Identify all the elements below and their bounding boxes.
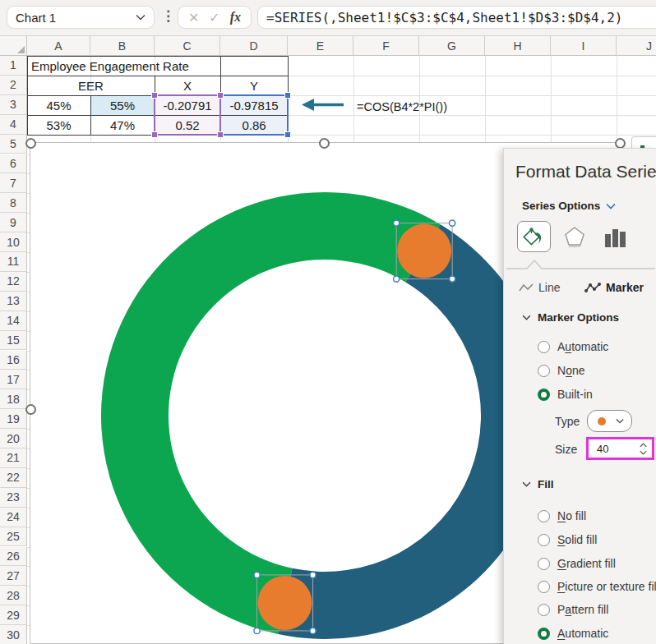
row-header-16[interactable]: 16 xyxy=(0,351,27,370)
row-header-27[interactable]: 27 xyxy=(0,566,27,586)
row-header-13[interactable]: 13 xyxy=(0,292,27,311)
radio-circle[interactable] xyxy=(538,341,550,353)
radio-circle[interactable] xyxy=(538,581,550,593)
spin-down-icon[interactable] xyxy=(640,450,647,455)
row-header-29[interactable]: 29 xyxy=(0,605,27,625)
chart-resize-handle-middle-left[interactable] xyxy=(25,404,36,415)
radio-circle[interactable] xyxy=(538,365,550,377)
range-handle-blue[interactable] xyxy=(284,131,291,138)
row-header-23[interactable]: 23 xyxy=(0,488,27,508)
row-header-1[interactable]: 1 xyxy=(0,56,27,76)
row-header-8[interactable]: 8 xyxy=(0,193,27,213)
radio-gradient-fill[interactable]: Gradient fill xyxy=(538,555,616,572)
column-header-H[interactable]: H xyxy=(485,36,551,56)
select-all-corner[interactable] xyxy=(0,36,27,56)
row-header-12[interactable]: 12 xyxy=(0,272,27,292)
data-point-marker[interactable] xyxy=(397,224,451,278)
marker-size-value[interactable]: 40 xyxy=(597,443,608,455)
marker-selection-handle[interactable] xyxy=(394,276,400,282)
radio-no-fill[interactable]: No fill xyxy=(538,508,586,524)
chevron-down-icon[interactable] xyxy=(136,14,146,21)
radio-circle[interactable] xyxy=(538,604,550,616)
marker-selection-handle[interactable] xyxy=(450,220,455,226)
row-header-18[interactable]: 18 xyxy=(0,389,27,409)
tab-line[interactable]: Line xyxy=(519,281,560,294)
column-header-C[interactable]: C xyxy=(155,36,220,56)
chevron-down-icon[interactable] xyxy=(616,418,624,424)
row-header-24[interactable]: 24 xyxy=(0,508,27,527)
radio-picture-fill[interactable]: Picture or texture fill xyxy=(538,578,656,595)
cell-f3-formula-note[interactable]: =COS(B4*2*PI()) xyxy=(357,98,447,116)
cell-b3[interactable]: 55% xyxy=(90,95,155,115)
range-handle-purple[interactable] xyxy=(217,131,224,138)
cell-c2-x[interactable]: X xyxy=(155,76,220,95)
radio-fill-automatic[interactable]: Automatic xyxy=(538,625,608,642)
radio-marker-automatic[interactable]: Automatic xyxy=(538,338,608,355)
row-header-11[interactable]: 11 xyxy=(0,252,27,272)
tab-marker[interactable]: Marker xyxy=(584,281,644,294)
column-header-E[interactable]: E xyxy=(288,36,353,56)
row-header-20[interactable]: 20 xyxy=(0,429,27,448)
enter-icon[interactable]: ✓ xyxy=(209,10,219,25)
row-header-17[interactable]: 17 xyxy=(0,370,27,389)
radio-circle[interactable] xyxy=(538,558,550,570)
row-header-9[interactable]: 9 xyxy=(0,213,27,232)
insert-function-icon[interactable]: fx xyxy=(230,10,241,25)
effects-tab-button[interactable] xyxy=(563,225,586,248)
fill-header[interactable]: Fill xyxy=(522,478,554,490)
row-header-6[interactable]: 6 xyxy=(0,154,27,174)
row-header-26[interactable]: 26 xyxy=(0,547,27,567)
spin-up-icon[interactable] xyxy=(640,443,647,448)
marker-selection-handle[interactable] xyxy=(450,276,455,282)
column-header-J[interactable]: J xyxy=(617,36,656,56)
row-header-5[interactable]: 5 xyxy=(0,135,27,154)
cell-a1[interactable]: Employee Engagement Rate xyxy=(28,56,288,76)
row-header-25[interactable]: 25 xyxy=(0,527,27,547)
marker-selection-handle[interactable] xyxy=(254,628,260,633)
data-point-marker[interactable] xyxy=(258,576,312,630)
row-header-21[interactable]: 21 xyxy=(0,448,27,468)
chart-resize-handle-top-left[interactable] xyxy=(25,138,36,149)
radio-solid-fill[interactable]: Solid fill xyxy=(538,531,597,548)
row-header-14[interactable]: 14 xyxy=(0,311,27,331)
cell-a4[interactable]: 53% xyxy=(27,115,90,135)
fill-line-tab-button[interactable] xyxy=(517,221,551,252)
cell-a3[interactable]: 45% xyxy=(27,95,90,115)
row-header-15[interactable]: 15 xyxy=(0,331,27,351)
range-handle-blue[interactable] xyxy=(284,92,291,99)
grip-dots-icon[interactable]: ⋮ xyxy=(161,7,175,25)
selection-range-d3-d4[interactable] xyxy=(219,94,289,136)
row-header-4[interactable]: 4 xyxy=(0,115,27,135)
row-header-7[interactable]: 7 xyxy=(0,173,27,193)
chart-resize-handle-top-middle[interactable] xyxy=(319,138,330,149)
row-header-19[interactable]: 19 xyxy=(0,409,27,429)
marker-selection-handle[interactable] xyxy=(394,220,400,226)
radio-circle-selected[interactable] xyxy=(538,628,550,640)
cell-b4[interactable]: 47% xyxy=(90,115,155,135)
radio-marker-built-in[interactable]: Built-in xyxy=(538,386,593,402)
marker-selection-handle[interactable] xyxy=(310,628,316,633)
column-header-B[interactable]: B xyxy=(90,36,155,56)
row-header-28[interactable]: 28 xyxy=(0,586,27,605)
range-handle-purple[interactable] xyxy=(151,131,158,138)
radio-circle[interactable] xyxy=(538,510,550,522)
collapse-chevron-icon[interactable] xyxy=(522,481,531,487)
name-box[interactable]: Chart 1 xyxy=(7,6,155,29)
marker-selection-handle[interactable] xyxy=(310,572,316,577)
radio-pattern-fill[interactable]: Pattern fill xyxy=(538,601,608,618)
row-header-10[interactable]: 10 xyxy=(0,232,27,252)
marker-options-header[interactable]: Marker Options xyxy=(522,311,619,324)
series-options-tab-button[interactable] xyxy=(603,228,628,248)
column-header-F[interactable]: F xyxy=(353,36,419,56)
cell-d2-y[interactable]: Y xyxy=(220,76,288,95)
radio-circle[interactable] xyxy=(538,534,550,546)
cancel-icon[interactable]: ✕ xyxy=(188,10,199,25)
left-arrow-shape[interactable] xyxy=(299,97,347,113)
marker-type-dropdown[interactable] xyxy=(587,410,632,432)
cell-a2-eer[interactable]: EER xyxy=(27,76,155,95)
formula-bar[interactable]: =SERIES(,Sheet1!$C$3:$C$4,Sheet1!$D$3:$D… xyxy=(257,6,656,29)
column-header-I[interactable]: I xyxy=(551,36,617,56)
row-header-30[interactable]: 30 xyxy=(0,625,27,644)
radio-marker-none[interactable]: None xyxy=(538,362,585,379)
series-options-dropdown[interactable]: Series Options xyxy=(522,200,616,212)
